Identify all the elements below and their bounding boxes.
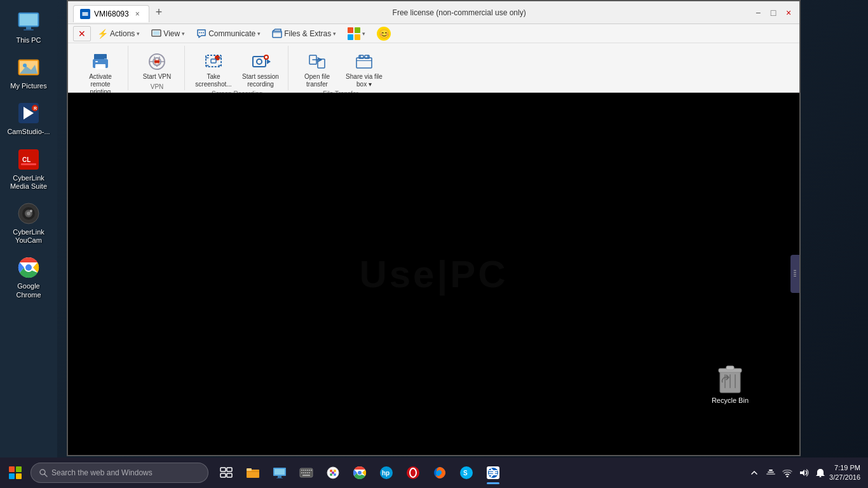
svg-rect-2: [26, 27, 31, 29]
network-icon-button[interactable]: [764, 464, 777, 482]
sidebar-item-cyberlink-media[interactable]: CL CyberLink Media Suite: [3, 144, 54, 193]
tv-menu-communicate[interactable]: Communicate ▾: [191, 26, 266, 41]
system-tray-chevron-button[interactable]: [748, 464, 761, 482]
take-screenshot-label: Takescreenshot...: [195, 73, 231, 88]
files-extras-label: Files & Extras: [284, 29, 331, 38]
opera-button[interactable]: [400, 460, 426, 485]
search-placeholder: Search the web and Windows: [51, 468, 153, 477]
hp-button[interactable]: hp: [374, 460, 399, 485]
svg-rect-91: [305, 472, 306, 473]
svg-rect-69: [794, 276, 796, 276]
taskbar: Search the web and Windows: [0, 458, 868, 488]
skype-button[interactable]: S: [454, 460, 479, 485]
taskbar-clock: 7:19 PM 3/27/2016: [829, 463, 860, 483]
volume-icon: [799, 468, 809, 477]
share-via-file-box-label: Share via filebox ▾: [346, 73, 383, 88]
remote-screen: Use|PC Recycle Bin: [68, 93, 799, 455]
windows-logo-icon: [348, 27, 360, 40]
svg-rect-45: [104, 58, 107, 59]
volume-icon-button[interactable]: [797, 464, 810, 482]
tv-title-text: Free license (non-commercial use only): [166, 8, 752, 17]
svg-rect-88: [311, 470, 312, 471]
tv-menu-actions[interactable]: ⚡ Actions ▾: [92, 26, 145, 41]
actions-arrow-icon: ▾: [137, 30, 140, 37]
file-transfer-icon: [307, 51, 327, 72]
tv-tab-close-button[interactable]: ×: [133, 8, 142, 20]
tv-side-handle[interactable]: [790, 255, 799, 293]
svg-marker-53: [267, 59, 271, 64]
sidebar-item-this-pc[interactable]: This PC: [3, 6, 54, 47]
tv-window: VMI68093 × + Free license (non-commercia…: [67, 0, 801, 456]
wifi-icon-button[interactable]: [781, 464, 794, 482]
tv-minimize-button[interactable]: −: [752, 7, 764, 18]
sidebar-item-google-chrome[interactable]: Google Chrome: [3, 252, 54, 301]
firefox-taskbar-button[interactable]: [427, 460, 452, 485]
wifi-icon: [782, 468, 792, 477]
tv-new-tab-button[interactable]: +: [152, 6, 166, 19]
teamviewer-taskbar-icon: [486, 466, 500, 480]
ribbon-group-vpn: Start VPN VPN: [130, 46, 185, 90]
cyberlink-youcam-icon: [16, 201, 41, 226]
teamviewer-taskbar-button[interactable]: [480, 460, 506, 485]
taskbar-search[interactable]: Search the web and Windows: [31, 463, 208, 483]
sidebar: This PC My Pictures R: [0, 0, 57, 458]
tv-menu-view[interactable]: View ▾: [146, 26, 190, 41]
share-via-file-box-button[interactable]: Share via filebox ▾: [342, 48, 386, 90]
camstudio-icon: R: [16, 100, 41, 126]
keyboard-button[interactable]: [294, 460, 319, 485]
remote-desktop-button[interactable]: [267, 460, 292, 485]
tv-titlebar: VMI68093 × + Free license (non-commercia…: [68, 1, 799, 24]
remote-recycle-bin[interactable]: Recycle Bin: [712, 363, 749, 404]
sidebar-item-cyberlink-media-label: CyberLink Media Suite: [6, 174, 51, 191]
tv-menu-smiley[interactable]: 😊: [372, 24, 396, 43]
svg-rect-89: [301, 472, 302, 473]
ribbon-screen-items: Takescreenshot...: [191, 46, 283, 90]
svg-rect-61: [359, 55, 363, 58]
sidebar-item-my-pictures[interactable]: My Pictures: [3, 52, 54, 93]
svg-rect-93: [309, 472, 310, 473]
tv-ribbon-close-button[interactable]: ✕: [73, 26, 91, 41]
communicate-arrow-icon: ▾: [257, 30, 261, 37]
ribbon-file-items: Open filetransfer: [295, 46, 386, 90]
sidebar-item-camstudio-label: CamStudio-...: [7, 128, 50, 136]
svg-point-56: [265, 56, 268, 58]
tv-tab[interactable]: VMI68093 ×: [73, 5, 149, 22]
chrome-taskbar-button[interactable]: [347, 460, 372, 485]
task-view-button[interactable]: [214, 460, 239, 485]
tv-tab-name: VMI68093: [94, 10, 129, 18]
start-session-recording-button[interactable]: Start sessionrecording: [238, 48, 283, 90]
paint-icon: [326, 466, 340, 480]
vpn-group-label: VPN: [151, 83, 164, 92]
remote-desktop-icon: [273, 466, 287, 479]
svg-text:R: R: [34, 106, 37, 111]
sidebar-item-cyberlink-youcam[interactable]: CyberLink YouCam: [3, 198, 54, 247]
task-view-icon: [220, 466, 233, 479]
svg-rect-116: [768, 471, 774, 473]
svg-rect-84: [303, 470, 304, 471]
notification-icon-button[interactable]: [814, 464, 827, 482]
start-vpn-button[interactable]: Start VPN: [135, 48, 179, 83]
paint-button[interactable]: [320, 460, 346, 485]
tv-tab-icon: [80, 9, 90, 19]
open-file-transfer-button[interactable]: Open filetransfer: [295, 48, 339, 90]
activate-remote-printing-button[interactable]: Activate remoteprinting: [78, 48, 123, 98]
tv-maximize-button[interactable]: □: [768, 7, 779, 18]
actions-bolt-icon: ⚡: [97, 29, 108, 39]
svg-rect-81: [276, 478, 283, 478]
tv-menu-files-extras[interactable]: Files & Extras ▾: [267, 26, 341, 41]
screenshot-icon: [203, 51, 224, 72]
file-explorer-button[interactable]: [240, 460, 266, 485]
tv-close-button[interactable]: ×: [783, 7, 794, 18]
communicate-icon: [196, 29, 207, 39]
tv-menu-windows[interactable]: ▾: [342, 25, 370, 43]
sidebar-item-camstudio[interactable]: R CamStudio-...: [3, 98, 54, 139]
start-button[interactable]: [3, 460, 28, 485]
taskbar-items: hp S: [214, 460, 506, 485]
sidebar-item-my-pictures-label: My Pictures: [10, 82, 46, 90]
files-extras-arrow-icon: ▾: [333, 30, 336, 37]
take-screenshot-button[interactable]: Takescreenshot...: [191, 48, 236, 90]
svg-point-101: [332, 471, 334, 474]
svg-rect-51: [211, 59, 216, 63]
sidebar-item-google-chrome-label: Google Chrome: [6, 282, 51, 299]
files-extras-icon: [272, 29, 282, 39]
